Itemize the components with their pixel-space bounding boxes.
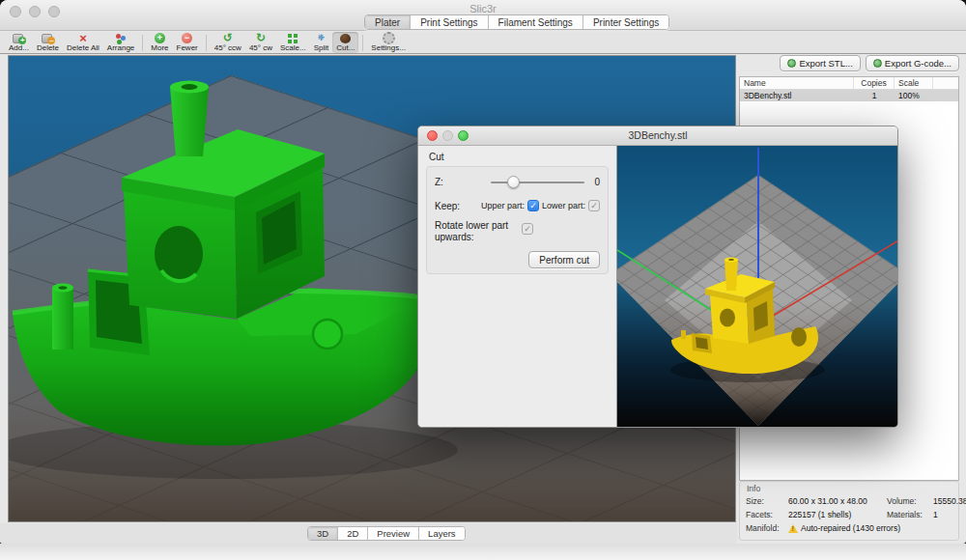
keep-options: Upper part: ✓ Lower part: ✓ xyxy=(481,200,600,211)
stern-pipe xyxy=(52,288,73,350)
rotate-checkbox[interactable]: ✓ xyxy=(522,223,533,235)
column-scale[interactable]: Scale xyxy=(895,77,933,89)
settings-button[interactable]: Settings... xyxy=(367,32,410,53)
arrange-button[interactable]: Arrange xyxy=(103,32,138,53)
perform-cut-button[interactable]: Perform cut xyxy=(528,251,600,268)
preview-porthole xyxy=(720,309,735,327)
view-tab-layers[interactable]: Layers xyxy=(419,527,465,540)
dialog-title: 3DBenchy.stl xyxy=(418,129,897,141)
export-row: Export STL... Export G-code... xyxy=(738,55,959,74)
z-value: 0 xyxy=(584,177,600,187)
cut-icon xyxy=(339,33,353,43)
z-slider-track xyxy=(491,182,584,183)
export-gcode-button[interactable]: Export G-code... xyxy=(866,55,959,71)
cut-preview-scene xyxy=(617,146,898,428)
split-button[interactable]: Split xyxy=(310,32,333,53)
z-row: Z: 0 xyxy=(435,176,600,188)
desktop-strip xyxy=(0,544,966,560)
dialog-titlebar: 3DBenchy.stl xyxy=(418,126,897,146)
delete-all-button[interactable]: × Delete All xyxy=(63,32,103,53)
view-tab-2d[interactable]: 2D xyxy=(338,527,368,540)
warning-icon xyxy=(788,524,798,533)
more-icon: + xyxy=(153,33,166,43)
info-grid: Size: 60.00 x 31.00 x 48.00 Volume: 1555… xyxy=(740,495,958,534)
add-button[interactable]: Add... xyxy=(5,32,33,53)
keep-row: Keep: Upper part: ✓ Lower part: ✓ xyxy=(435,200,600,211)
tab-print-settings[interactable]: Print Settings xyxy=(411,15,488,29)
object-list-header: Name Copies Scale xyxy=(740,77,958,90)
size-value: 60.00 x 31.00 x 48.00 xyxy=(788,496,887,506)
manifold-value: Auto-repaired (1430 errors) xyxy=(788,523,966,533)
bow-knob xyxy=(313,320,342,349)
chimney-hole xyxy=(182,84,198,90)
settings-tabs: Plater Print Settings Filament Settings … xyxy=(364,14,669,30)
table-row[interactable]: 3DBenchy.stl 1 100% xyxy=(740,90,958,101)
tab-filament-settings[interactable]: Filament Settings xyxy=(489,15,583,29)
scale-button[interactable]: Scale... xyxy=(276,32,310,53)
rotate-ccw-button[interactable]: ↺ 45° ccw xyxy=(211,32,245,53)
toolbar-separator xyxy=(206,35,207,51)
chimney xyxy=(170,87,209,156)
preview-bow-arch xyxy=(791,327,807,347)
cut-preview-viewport[interactable] xyxy=(616,146,898,428)
cut-options-box: Z: 0 Keep: Upper part: ✓ Lower part: ✓ xyxy=(426,166,609,274)
window-title: Slic3r xyxy=(0,3,966,14)
arrange-icon xyxy=(114,33,128,43)
view-tab-3d[interactable]: 3D xyxy=(308,527,338,540)
upper-part-checkbox[interactable]: ✓ xyxy=(527,200,539,211)
scale-icon xyxy=(286,33,299,43)
export-stl-icon xyxy=(787,59,796,68)
more-button[interactable]: + More xyxy=(147,32,172,53)
upper-part-label: Upper part: xyxy=(481,201,525,210)
perform-cut-row: Perform cut xyxy=(435,250,600,269)
cut-form: Cut Z: 0 Keep: Upper part: ✓ Lower part: xyxy=(418,146,616,427)
lower-part-label: Lower part: xyxy=(542,201,585,210)
export-stl-button[interactable]: Export STL... xyxy=(780,55,860,71)
toolbar-separator xyxy=(142,35,143,51)
toolbar: Add... Delete × Delete All Arrange + Mor… xyxy=(0,32,966,54)
settings-icon xyxy=(382,32,395,43)
preview-stern-pipe xyxy=(681,330,686,339)
z-slider[interactable] xyxy=(491,176,584,188)
tab-plater[interactable]: Plater xyxy=(365,15,411,29)
toolbar-separator xyxy=(362,35,363,51)
tab-printer-settings[interactable]: Printer Settings xyxy=(583,15,668,29)
column-copies[interactable]: Copies xyxy=(854,77,895,89)
info-title: Info xyxy=(747,484,958,493)
export-gcode-icon xyxy=(873,59,882,68)
rotate-label: Rotate lower part upwards: xyxy=(435,220,516,243)
volume-value: 15550.38 xyxy=(933,496,966,506)
bottom-strip: 3D 2D Preview Layers xyxy=(0,523,737,544)
titlebar: Slic3r Plater Print Settings Filament Se… xyxy=(0,0,966,31)
delete-all-icon: × xyxy=(76,33,90,43)
fewer-button[interactable]: − Fewer xyxy=(173,32,202,53)
keep-label: Keep: xyxy=(435,201,473,211)
view-tab-preview[interactable]: Preview xyxy=(368,527,419,540)
preview-chimney xyxy=(724,260,738,291)
slic3r-window: Slic3r Plater Print Settings Filament Se… xyxy=(0,0,966,544)
delete-button[interactable]: Delete xyxy=(33,32,63,53)
rotate-row: Rotate lower part upwards: ✓ xyxy=(435,220,600,243)
info-panel: Info Size: 60.00 x 31.00 x 48.00 Volume:… xyxy=(739,481,959,541)
cut-section-label: Cut xyxy=(429,152,444,162)
lower-part-checkbox[interactable]: ✓ xyxy=(588,200,600,211)
delete-icon xyxy=(41,33,54,43)
materials-value: 1 xyxy=(933,510,966,519)
rotate-cw-icon: ↻ xyxy=(254,32,268,43)
split-icon xyxy=(314,32,327,43)
rotate-ccw-icon: ↺ xyxy=(221,32,235,43)
z-label: Z: xyxy=(435,177,491,187)
fewer-icon: − xyxy=(181,33,194,43)
rotate-cw-button[interactable]: ↻ 45° cw xyxy=(245,32,276,53)
materials-label: Materials: xyxy=(887,510,933,519)
add-icon xyxy=(12,33,25,43)
view-mode-tabs: 3D 2D Preview Layers xyxy=(307,526,466,541)
size-label: Size: xyxy=(746,496,788,506)
volume-label: Volume: xyxy=(887,496,933,506)
z-slider-knob[interactable] xyxy=(507,176,520,188)
cut-button[interactable]: Cut... xyxy=(332,32,358,53)
manifold-label: Manifold: xyxy=(746,523,788,533)
facets-value: 225157 (1 shells) xyxy=(788,510,887,519)
cut-dialog: 3DBenchy.stl Cut Z: 0 Keep: Upper part: xyxy=(417,126,898,428)
column-name[interactable]: Name xyxy=(740,77,854,89)
